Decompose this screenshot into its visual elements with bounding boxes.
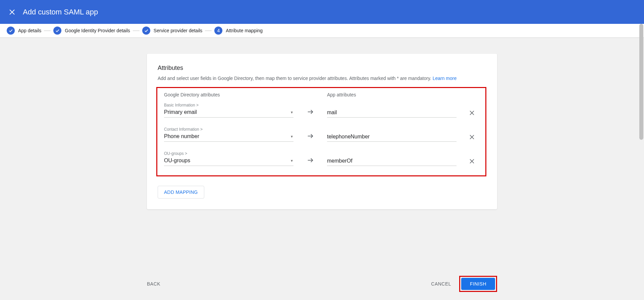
attribute-value: OU-groups xyxy=(164,158,190,164)
step-attribute-mapping[interactable]: 4 Attribute mapping xyxy=(214,27,263,35)
app-attribute-input[interactable]: telephoneNumber xyxy=(327,134,457,142)
close-icon[interactable] xyxy=(8,8,16,16)
card-title: Attributes xyxy=(158,65,486,72)
step-service-provider[interactable]: Service provider details xyxy=(142,27,203,35)
remove-mapping-icon[interactable] xyxy=(469,110,475,116)
remove-mapping-icon[interactable] xyxy=(469,134,475,140)
dialog-header: Add custom SAML app xyxy=(0,0,644,24)
card-description: Add and select user fields in Google Dir… xyxy=(158,76,486,81)
chevron-down-icon: ▼ xyxy=(290,159,293,163)
step-separator xyxy=(44,31,51,31)
step-number-badge: 4 xyxy=(214,27,222,35)
arrow-icon xyxy=(293,132,327,142)
step-identity-provider[interactable]: Google Identity Provider details xyxy=(53,27,130,35)
columns-header: Google Directory attributes App attribut… xyxy=(164,92,479,97)
attribute-value: Primary email xyxy=(164,109,197,115)
check-icon xyxy=(53,27,61,35)
chevron-down-icon: ▼ xyxy=(290,111,293,114)
google-attribute-select[interactable]: Contact Information > Phone number ▼ xyxy=(164,127,293,142)
step-label: Service provider details xyxy=(154,28,203,33)
stepper: App details Google Identity Provider det… xyxy=(0,24,644,38)
check-icon xyxy=(142,27,150,35)
attributes-card: Attributes Add and select user fields in… xyxy=(147,54,497,209)
check-icon xyxy=(7,27,15,35)
learn-more-link[interactable]: Learn more xyxy=(433,76,457,81)
attribute-category: OU-groups > xyxy=(164,151,293,156)
app-attribute-input[interactable]: mail xyxy=(327,110,457,118)
remove-mapping-icon[interactable] xyxy=(469,158,475,165)
arrow-icon xyxy=(293,108,327,118)
step-label: Google Identity Provider details xyxy=(65,28,130,33)
google-attributes-header: Google Directory attributes xyxy=(164,92,327,97)
mapping-row: Basic Information > Primary email ▼ mail xyxy=(164,103,479,118)
arrow-icon xyxy=(293,157,327,166)
card-description-text: Add and select user fields in Google Dir… xyxy=(158,76,433,81)
step-separator xyxy=(133,31,140,31)
app-attribute-input[interactable]: memberOf xyxy=(327,158,457,166)
attribute-category: Contact Information > xyxy=(164,127,293,132)
dialog-title: Add custom SAML app xyxy=(23,8,98,16)
content-area: Attributes Add and select user fields in… xyxy=(0,38,644,243)
step-label: App details xyxy=(18,28,41,33)
step-app-details[interactable]: App details xyxy=(7,27,41,35)
attribute-value: Phone number xyxy=(164,133,199,139)
scrollbar-thumb[interactable] xyxy=(639,24,643,140)
attribute-category: Basic Information > xyxy=(164,103,293,108)
mapping-row: Contact Information > Phone number ▼ tel… xyxy=(164,127,479,142)
mappings-highlight: Google Directory attributes App attribut… xyxy=(156,87,486,176)
step-label: Attribute mapping xyxy=(226,28,263,33)
google-attribute-select[interactable]: Basic Information > Primary email ▼ xyxy=(164,103,293,118)
google-attribute-select[interactable]: OU-groups > OU-groups ▼ xyxy=(164,151,293,166)
mapping-row: OU-groups > OU-groups ▼ memberOf xyxy=(164,151,479,166)
add-mapping-button[interactable]: ADD MAPPING xyxy=(158,186,204,199)
step-separator xyxy=(205,31,212,31)
app-attributes-header: App attributes xyxy=(327,92,356,97)
chevron-down-icon: ▼ xyxy=(290,135,293,138)
